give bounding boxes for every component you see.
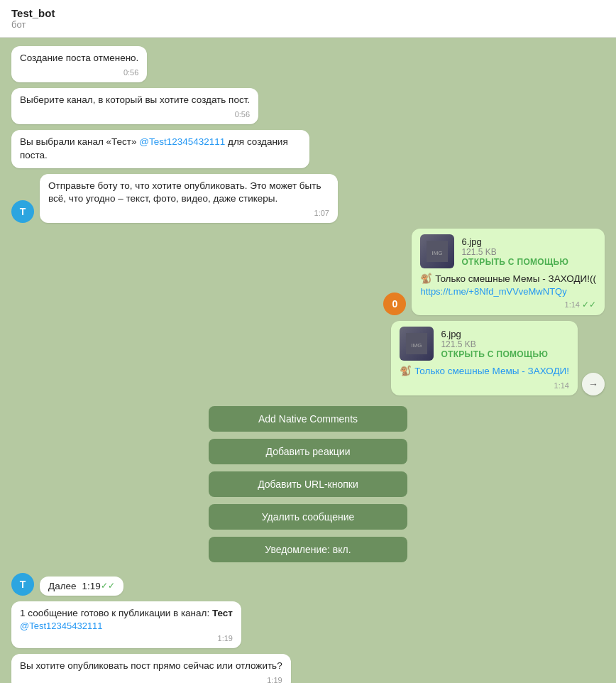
channel-link[interactable]: @Test12345432111 — [20, 621, 233, 631]
message-time: 1:19 — [20, 634, 233, 643]
message-row: 0 IMG 6.jpg 121.5 KB ОТКРЫТЬ С ПОМОЩЬЮ 🐒… — [11, 229, 605, 315]
dalee-time: 1:19 ✓✓ — [82, 581, 115, 591]
message-text: 🐒 Только смешные Мемы - ЗАХОДИ!(( — [420, 273, 596, 286]
dalee-bubble: Далее 1:19 ✓✓ — [40, 577, 123, 596]
file-size: 121.5 KB — [441, 339, 548, 349]
file-thumbnail: IMG — [420, 234, 454, 268]
message-row: Вы хотите опубликовать пост прямо сейчас… — [11, 654, 605, 683]
message-time: 1:07 — [48, 209, 329, 217]
message-bubble: Создание поста отменено. 0:56 — [11, 46, 147, 82]
chat-area: Создание поста отменено. 0:56 Выберите к… — [0, 38, 616, 683]
action-buttons-group: Add Native Comments Добавить реакции Доб… — [11, 404, 605, 564]
add-native-comments-button[interactable]: Add Native Comments — [209, 406, 407, 432]
avatar: T — [11, 573, 34, 596]
channel-link[interactable]: @Test12345432111 — [139, 136, 225, 147]
message-bubble: Вы хотите опубликовать пост прямо сейчас… — [11, 654, 291, 683]
message-bubble: IMG 6.jpg 121.5 KB ОТКРЫТЬ С ПОМОЩЬЮ 🐒 Т… — [391, 321, 578, 395]
read-checkmark: ✓✓ — [582, 300, 596, 310]
file-info: 6.jpg 121.5 KB ОТКРЫТЬ С ПОМОЩЬЮ — [461, 236, 568, 267]
message-row: Вы выбрали канал «Тест» @Test12345432111… — [11, 130, 605, 168]
message-text: 🐒 Только смешные Мемы - ЗАХОДИ! — [400, 365, 569, 378]
add-url-buttons-button[interactable]: Добавить URL-кнопки — [209, 471, 407, 497]
message-row: Создание поста отменено. 0:56 — [11, 46, 605, 82]
dalee-label: Далее — [48, 581, 77, 591]
svg-text:IMG: IMG — [432, 250, 443, 256]
message-text: 1 сообщение готово к публикации в канал:… — [20, 608, 233, 618]
svg-text:IMG: IMG — [412, 342, 422, 349]
avatar: T — [11, 200, 34, 223]
message-time: 0:56 — [20, 110, 250, 119]
message-bubble: Вы выбрали канал «Тест» @Test12345432111… — [11, 130, 309, 168]
chat-header: Test_bot бот — [0, 0, 616, 38]
message-text: Создание поста отменено. — [20, 53, 138, 63]
file-name: 6.jpg — [441, 329, 548, 339]
message-text: Вы хотите опубликовать пост прямо сейчас… — [20, 660, 282, 671]
file-info: 6.jpg 121.5 KB ОТКРЫТЬ С ПОМОЩЬЮ — [441, 329, 548, 359]
file-attachment: IMG 6.jpg 121.5 KB ОТКРЫТЬ С ПОМОЩЬЮ — [420, 234, 596, 268]
avatar: 0 — [383, 293, 406, 315]
file-attachment: IMG 6.jpg 121.5 KB ОТКРЫТЬ С ПОМОЩЬЮ — [400, 327, 569, 361]
message-bubble: 1 сообщение готово к публикации в канал:… — [11, 601, 241, 648]
read-checkmark: ✓✓ — [101, 581, 115, 591]
bot-name: Test_bot — [11, 7, 605, 19]
notification-toggle-button[interactable]: Уведомление: вкл. — [209, 537, 407, 562]
message-row: 1 сообщение готово к публикации в канал:… — [11, 601, 605, 648]
forward-button[interactable]: → — [582, 373, 605, 395]
file-size: 121.5 KB — [461, 247, 568, 257]
message-row: Выберите канал, в который вы хотите созд… — [11, 88, 605, 124]
message-text: Вы выбрали канал «Тест» @Test12345432111… — [20, 136, 288, 160]
file-thumbnail: IMG — [400, 327, 434, 361]
message-time: 1:14 — [400, 381, 569, 390]
open-with-link[interactable]: ОТКРЫТЬ С ПОМОЩЬЮ — [461, 257, 568, 267]
message-row-with-forward: IMG 6.jpg 121.5 KB ОТКРЫТЬ С ПОМОЩЬЮ 🐒 Т… — [11, 321, 605, 395]
delete-message-button[interactable]: Удалить сообщение — [209, 504, 407, 530]
message-bubble: Отправьте боту то, что хотите опубликова… — [40, 174, 338, 224]
message-text: Выберите канал, в который вы хотите созд… — [20, 94, 250, 105]
dalee-row: T Далее 1:19 ✓✓ — [11, 573, 605, 596]
message-bubble: Выберите канал, в который вы хотите созд… — [11, 88, 258, 124]
message-time: 0:56 — [20, 68, 138, 77]
message-bubble: IMG 6.jpg 121.5 KB ОТКРЫТЬ С ПОМОЩЬЮ 🐒 Т… — [412, 229, 605, 315]
file-name: 6.jpg — [461, 236, 568, 247]
message-time: 1:14 ✓✓ — [420, 300, 596, 310]
message-text: Отправьте боту то, что хотите опубликова… — [48, 180, 321, 204]
bot-label: бот — [11, 19, 605, 30]
message-time: 1:19 — [20, 676, 282, 683]
open-with-link[interactable]: ОТКРЫТЬ С ПОМОЩЬЮ — [441, 349, 548, 359]
channel-invite-link[interactable]: https://t.me/+8Nfd_mVVveMwNTQy — [420, 286, 596, 297]
message-row: T Отправьте боту то, что хотите опублико… — [11, 174, 605, 224]
add-reactions-button[interactable]: Добавить реакции — [209, 439, 407, 464]
